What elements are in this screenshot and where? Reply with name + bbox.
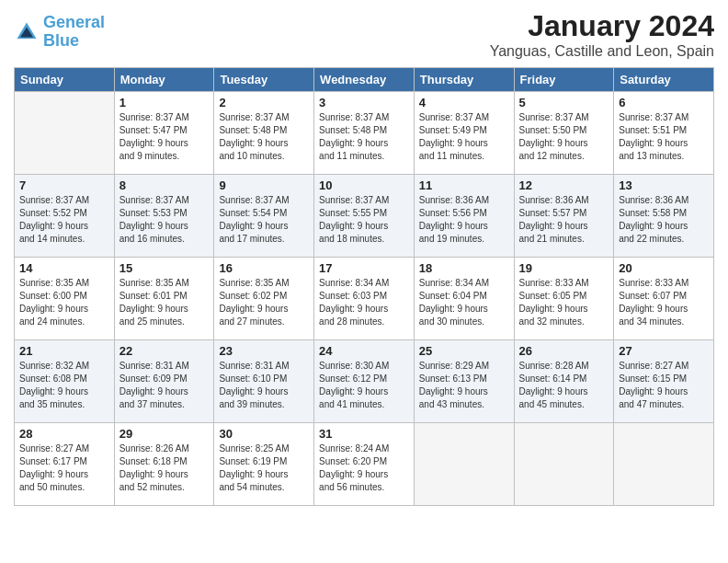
calendar-cell: 13Sunrise: 8:36 AM Sunset: 5:58 PM Dayli…	[614, 175, 714, 258]
day-info: Sunrise: 8:36 AM Sunset: 5:57 PM Dayligh…	[519, 194, 609, 246]
day-number: 28	[19, 427, 109, 441]
calendar-cell: 9Sunrise: 8:37 AM Sunset: 5:54 PM Daylig…	[214, 175, 314, 258]
page-container: General Blue January 2024 Yanguas, Casti…	[0, 0, 728, 563]
day-info: Sunrise: 8:35 AM Sunset: 6:02 PM Dayligh…	[219, 277, 309, 328]
calendar-cell: 15Sunrise: 8:35 AM Sunset: 6:01 PM Dayli…	[114, 258, 214, 340]
day-number: 19	[519, 261, 609, 275]
calendar-week-row: 21Sunrise: 8:32 AM Sunset: 6:08 PM Dayli…	[15, 340, 714, 423]
day-info: Sunrise: 8:35 AM Sunset: 6:01 PM Dayligh…	[119, 277, 210, 328]
day-info: Sunrise: 8:32 AM Sunset: 6:08 PM Dayligh…	[19, 360, 109, 411]
calendar-cell	[614, 423, 714, 506]
day-number: 3	[319, 96, 409, 109]
calendar-cell: 11Sunrise: 8:36 AM Sunset: 5:56 PM Dayli…	[414, 175, 514, 258]
page-header: General Blue January 2024 Yanguas, Casti…	[14, 9, 714, 60]
day-info: Sunrise: 8:31 AM Sunset: 6:09 PM Dayligh…	[119, 360, 210, 411]
calendar-cell: 1Sunrise: 8:37 AM Sunset: 5:47 PM Daylig…	[114, 92, 214, 175]
calendar-cell: 4Sunrise: 8:37 AM Sunset: 5:49 PM Daylig…	[414, 92, 514, 175]
calendar-header-wednesday: Wednesday	[314, 68, 415, 92]
calendar-cell: 20Sunrise: 8:33 AM Sunset: 6:07 PM Dayli…	[614, 258, 714, 340]
day-number: 20	[619, 261, 709, 275]
main-title: January 2024	[490, 9, 714, 43]
day-info: Sunrise: 8:30 AM Sunset: 6:12 PM Dayligh…	[319, 360, 409, 411]
day-info: Sunrise: 8:33 AM Sunset: 6:07 PM Dayligh…	[619, 277, 709, 328]
calendar-cell: 16Sunrise: 8:35 AM Sunset: 6:02 PM Dayli…	[214, 258, 314, 340]
calendar-cell: 14Sunrise: 8:35 AM Sunset: 6:00 PM Dayli…	[15, 258, 115, 340]
calendar-table: SundayMondayTuesdayWednesdayThursdayFrid…	[14, 67, 714, 506]
day-info: Sunrise: 8:34 AM Sunset: 6:03 PM Dayligh…	[319, 277, 409, 328]
day-info: Sunrise: 8:33 AM Sunset: 6:05 PM Dayligh…	[519, 277, 609, 328]
day-info: Sunrise: 8:37 AM Sunset: 5:48 PM Dayligh…	[219, 111, 309, 163]
day-info: Sunrise: 8:37 AM Sunset: 5:48 PM Dayligh…	[319, 111, 409, 163]
day-info: Sunrise: 8:37 AM Sunset: 5:55 PM Dayligh…	[319, 194, 409, 246]
day-info: Sunrise: 8:25 AM Sunset: 6:19 PM Dayligh…	[219, 442, 309, 494]
day-info: Sunrise: 8:37 AM Sunset: 5:50 PM Dayligh…	[519, 111, 609, 163]
day-number: 30	[219, 427, 309, 441]
logo-line1: General	[43, 13, 105, 31]
day-number: 18	[419, 261, 509, 275]
day-info: Sunrise: 8:27 AM Sunset: 6:17 PM Dayligh…	[19, 442, 109, 494]
day-number: 21	[19, 344, 109, 358]
calendar-header-tuesday: Tuesday	[214, 68, 314, 92]
calendar-cell: 5Sunrise: 8:37 AM Sunset: 5:50 PM Daylig…	[514, 92, 614, 175]
calendar-cell: 30Sunrise: 8:25 AM Sunset: 6:19 PM Dayli…	[214, 423, 314, 506]
day-info: Sunrise: 8:29 AM Sunset: 6:13 PM Dayligh…	[419, 360, 509, 411]
day-info: Sunrise: 8:28 AM Sunset: 6:14 PM Dayligh…	[519, 360, 609, 411]
day-info: Sunrise: 8:37 AM Sunset: 5:52 PM Dayligh…	[19, 194, 109, 246]
calendar-header-row: SundayMondayTuesdayWednesdayThursdayFrid…	[15, 68, 714, 92]
logo-icon	[14, 19, 40, 45]
calendar-cell: 17Sunrise: 8:34 AM Sunset: 6:03 PM Dayli…	[314, 258, 415, 340]
calendar-header-monday: Monday	[114, 68, 214, 92]
calendar-header-thursday: Thursday	[414, 68, 514, 92]
calendar-cell: 28Sunrise: 8:27 AM Sunset: 6:17 PM Dayli…	[15, 423, 115, 506]
day-info: Sunrise: 8:36 AM Sunset: 5:56 PM Dayligh…	[419, 194, 509, 246]
day-number: 22	[119, 344, 210, 358]
day-number: 31	[319, 427, 409, 441]
calendar-cell: 29Sunrise: 8:26 AM Sunset: 6:18 PM Dayli…	[114, 423, 214, 506]
day-info: Sunrise: 8:24 AM Sunset: 6:20 PM Dayligh…	[319, 442, 409, 494]
day-number: 25	[419, 344, 509, 358]
day-number: 27	[619, 344, 709, 358]
calendar-cell: 10Sunrise: 8:37 AM Sunset: 5:55 PM Dayli…	[314, 175, 415, 258]
calendar-cell: 6Sunrise: 8:37 AM Sunset: 5:51 PM Daylig…	[614, 92, 714, 175]
subtitle: Yanguas, Castille and Leon, Spain	[490, 43, 714, 60]
calendar-cell: 2Sunrise: 8:37 AM Sunset: 5:48 PM Daylig…	[214, 92, 314, 175]
day-info: Sunrise: 8:37 AM Sunset: 5:53 PM Dayligh…	[119, 194, 210, 246]
day-number: 6	[619, 96, 709, 109]
day-info: Sunrise: 8:34 AM Sunset: 6:04 PM Dayligh…	[419, 277, 509, 328]
calendar-cell: 21Sunrise: 8:32 AM Sunset: 6:08 PM Dayli…	[15, 340, 115, 423]
day-number: 4	[419, 96, 509, 109]
day-number: 15	[119, 261, 210, 275]
day-number: 10	[319, 178, 409, 192]
day-number: 23	[219, 344, 309, 358]
calendar-cell: 3Sunrise: 8:37 AM Sunset: 5:48 PM Daylig…	[314, 92, 415, 175]
calendar-cell	[514, 423, 614, 506]
calendar-week-row: 7Sunrise: 8:37 AM Sunset: 5:52 PM Daylig…	[15, 175, 714, 258]
calendar-cell: 7Sunrise: 8:37 AM Sunset: 5:52 PM Daylig…	[15, 175, 115, 258]
day-number: 17	[319, 261, 409, 275]
calendar-cell: 31Sunrise: 8:24 AM Sunset: 6:20 PM Dayli…	[314, 423, 415, 506]
logo-line2: Blue	[43, 31, 79, 50]
calendar-cell: 23Sunrise: 8:31 AM Sunset: 6:10 PM Dayli…	[214, 340, 314, 423]
logo: General Blue	[14, 14, 105, 51]
calendar-cell	[15, 92, 115, 175]
day-number: 5	[519, 96, 609, 109]
day-number: 14	[19, 261, 109, 275]
day-info: Sunrise: 8:37 AM Sunset: 5:51 PM Dayligh…	[619, 111, 709, 163]
day-number: 12	[519, 178, 609, 192]
day-info: Sunrise: 8:37 AM Sunset: 5:49 PM Dayligh…	[419, 111, 509, 163]
day-number: 9	[219, 178, 309, 192]
calendar-week-row: 28Sunrise: 8:27 AM Sunset: 6:17 PM Dayli…	[15, 423, 714, 506]
day-number: 11	[419, 178, 509, 192]
day-info: Sunrise: 8:36 AM Sunset: 5:58 PM Dayligh…	[619, 194, 709, 246]
calendar-cell	[414, 423, 514, 506]
day-number: 13	[619, 178, 709, 192]
day-info: Sunrise: 8:37 AM Sunset: 5:47 PM Dayligh…	[119, 111, 210, 163]
calendar-header-saturday: Saturday	[614, 68, 714, 92]
day-number: 1	[119, 96, 210, 109]
calendar-cell: 12Sunrise: 8:36 AM Sunset: 5:57 PM Dayli…	[514, 175, 614, 258]
calendar-cell: 18Sunrise: 8:34 AM Sunset: 6:04 PM Dayli…	[414, 258, 514, 340]
day-number: 29	[119, 427, 210, 441]
day-info: Sunrise: 8:26 AM Sunset: 6:18 PM Dayligh…	[119, 442, 210, 494]
day-info: Sunrise: 8:27 AM Sunset: 6:15 PM Dayligh…	[619, 360, 709, 411]
day-number: 8	[119, 178, 210, 192]
